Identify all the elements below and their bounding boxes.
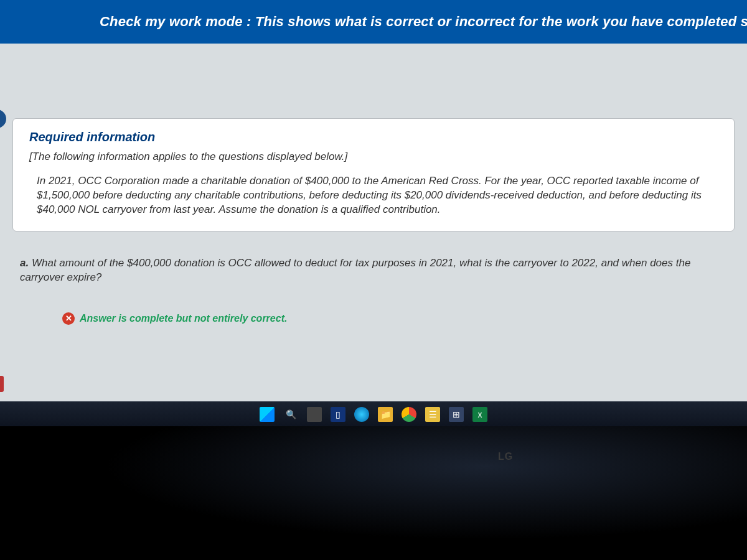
- side-tab[interactable]: [0, 376, 4, 392]
- applies-note: [The following information applies to th…: [29, 151, 718, 163]
- task-view-icon[interactable]: [307, 407, 322, 422]
- check-work-banner: Check my work mode : This shows what is …: [0, 0, 747, 44]
- search-icon[interactable]: 🔍: [283, 407, 298, 422]
- edge-icon[interactable]: [354, 407, 369, 422]
- excel-icon[interactable]: x: [472, 407, 487, 422]
- explorer-icon[interactable]: 📁: [378, 407, 393, 422]
- question-text: What amount of the $400,000 donation is …: [20, 257, 690, 283]
- calc-icon[interactable]: ⊞: [449, 407, 464, 422]
- start-icon[interactable]: [260, 407, 275, 422]
- chrome-icon[interactable]: [402, 407, 416, 422]
- question-a: a. What amount of the $400,000 donation …: [20, 256, 726, 285]
- required-info-title: Required information: [29, 130, 718, 144]
- notes-icon[interactable]: ☰: [425, 407, 440, 422]
- feedback-row: ✕ Answer is complete but not entirely co…: [62, 312, 747, 325]
- incorrect-icon: ✕: [62, 312, 75, 325]
- feedback-text: Answer is complete but not entirely corr…: [80, 313, 287, 324]
- store-icon[interactable]: ▯: [331, 407, 345, 422]
- banner-text: Check my work mode : This shows what is …: [100, 14, 747, 29]
- required-info-card: Required information [The following info…: [12, 118, 735, 231]
- monitor-bezel: LG: [0, 426, 747, 560]
- monitor-brand: LG: [498, 451, 513, 462]
- problem-body: In 2021, OCC Corporation made a charitab…: [29, 174, 718, 217]
- content-area: Required information [The following info…: [0, 44, 747, 325]
- windows-taskbar: 🔍 ▯ 📁 ☰ ⊞ x: [0, 401, 747, 426]
- question-label: a.: [20, 257, 29, 269]
